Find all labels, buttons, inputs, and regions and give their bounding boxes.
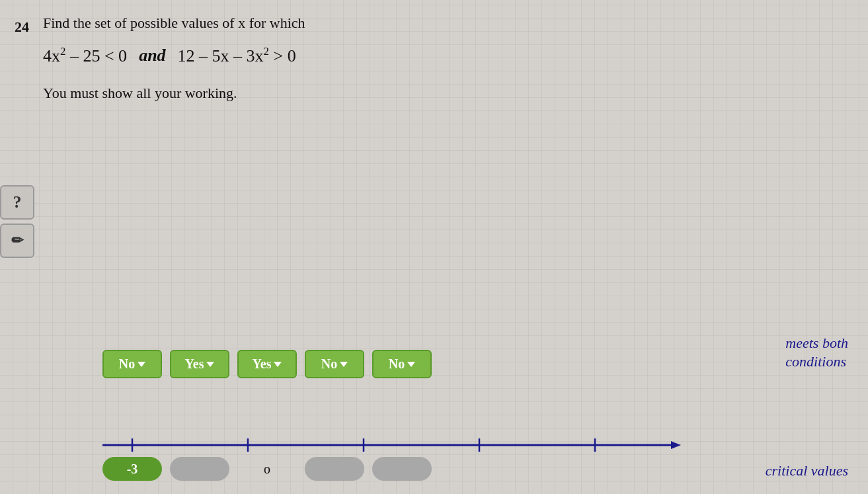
number-line-container xyxy=(102,435,802,458)
equation1: 4x2 – 25 < 0 xyxy=(43,45,127,66)
help-button[interactable]: ? xyxy=(0,185,34,220)
chevron-down-icon xyxy=(340,362,348,367)
and-word: and xyxy=(139,46,165,65)
question-text: Find the set of possible values of x for… xyxy=(43,15,305,32)
critical-value-zero: o xyxy=(237,462,297,477)
sidebar: ? ✏ xyxy=(0,185,34,258)
critical-values-row: -3 o xyxy=(102,457,440,481)
dropdowns-row: No Yes Yes No No xyxy=(102,350,440,378)
chevron-down-icon xyxy=(274,362,282,367)
equation2: 12 – 5x – 3x2 > 0 xyxy=(178,45,296,66)
svg-marker-1 xyxy=(671,441,681,449)
pencil-button[interactable]: ✏ xyxy=(0,224,34,258)
instruction-text: You must show all your working. xyxy=(43,85,237,102)
dropdown-4[interactable]: No xyxy=(305,350,364,378)
equation-line: 4x2 – 25 < 0 and 12 – 5x – 3x2 > 0 xyxy=(43,45,868,66)
meets-both-label: meets both conditions xyxy=(785,334,848,372)
question-number: 24 xyxy=(15,19,29,36)
critical-value-1[interactable]: -3 xyxy=(102,457,162,481)
number-line-svg xyxy=(102,435,684,455)
chevron-down-icon xyxy=(206,362,214,367)
critical-value-4[interactable] xyxy=(305,457,364,481)
critical-values-label: critical values xyxy=(766,462,848,479)
dropdown-3[interactable]: Yes xyxy=(237,350,297,378)
chevron-down-icon xyxy=(138,362,145,367)
dropdown-5[interactable]: No xyxy=(372,350,432,378)
critical-value-2[interactable] xyxy=(170,457,229,481)
chevron-down-icon xyxy=(407,362,415,367)
dropdown-1[interactable]: No xyxy=(102,350,162,378)
dropdown-2[interactable]: Yes xyxy=(170,350,229,378)
critical-value-5[interactable] xyxy=(372,457,432,481)
